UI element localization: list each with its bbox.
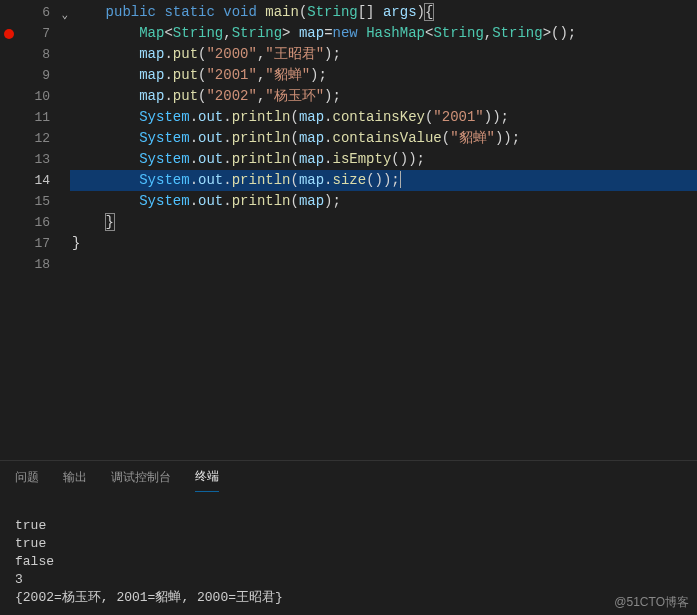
code-line[interactable]: Map<String,String> map=new HashMap<Strin… <box>70 23 697 44</box>
code-line[interactable]: map.put("2001","貂蝉"); <box>70 65 697 86</box>
line-number[interactable]: 10 <box>0 86 70 107</box>
output-line: true <box>15 518 46 533</box>
tab-problems[interactable]: 问题 <box>15 463 39 492</box>
output-line: true <box>15 536 46 551</box>
code-line[interactable]: System.out.println(map.isEmpty()); <box>70 149 697 170</box>
watermark: @51CTO博客 <box>614 594 689 611</box>
tab-terminal[interactable]: 终端 <box>195 462 219 492</box>
code-line[interactable] <box>70 254 697 275</box>
panel-tabs: 问题 输出 调试控制台 终端 <box>0 461 697 493</box>
line-number[interactable]: 16 <box>0 212 70 233</box>
line-number[interactable]: 9 <box>0 65 70 86</box>
line-number[interactable]: 8 <box>0 44 70 65</box>
cursor <box>400 171 401 188</box>
line-number[interactable]: 7 <box>0 23 70 44</box>
output-line: 3 <box>15 572 23 587</box>
line-number[interactable]: 12 <box>0 128 70 149</box>
gutter: 6⌄ 7 8 9 10 11 12 13 14 15 16 17 18 <box>0 0 70 460</box>
output-line: false <box>15 554 54 569</box>
line-number[interactable]: 17 <box>0 233 70 254</box>
bottom-panel: 问题 输出 调试控制台 终端 true true false 3 {2002=杨… <box>0 460 697 615</box>
code-line[interactable]: public static void main(String[] args){ <box>70 2 697 23</box>
editor-area: 6⌄ 7 8 9 10 11 12 13 14 15 16 17 18 publ… <box>0 0 697 460</box>
output-line: {2002=杨玉环, 2001=貂蝉, 2000=王昭君} <box>15 590 283 605</box>
breakpoint-icon[interactable] <box>4 29 14 39</box>
code-area[interactable]: public static void main(String[] args){ … <box>70 0 697 460</box>
line-number[interactable]: 11 <box>0 107 70 128</box>
code-line[interactable]: System.out.println(map.containsKey("2001… <box>70 107 697 128</box>
line-number[interactable]: 14 <box>0 170 70 191</box>
code-line[interactable]: map.put("2000","王昭君"); <box>70 44 697 65</box>
code-line[interactable]: } <box>70 212 697 233</box>
line-number[interactable]: 15 <box>0 191 70 212</box>
tab-debug[interactable]: 调试控制台 <box>111 463 171 492</box>
line-number[interactable]: 13 <box>0 149 70 170</box>
code-line[interactable]: System.out.println(map.containsValue("貂蝉… <box>70 128 697 149</box>
code-line[interactable]: System.out.println(map); <box>70 191 697 212</box>
line-number[interactable]: 18 <box>0 254 70 275</box>
code-line[interactable]: map.put("2002","杨玉环"); <box>70 86 697 107</box>
code-line[interactable]: } <box>70 233 697 254</box>
line-number[interactable]: 6⌄ <box>0 2 70 23</box>
tab-output[interactable]: 输出 <box>63 463 87 492</box>
terminal-content[interactable]: true true false 3 {2002=杨玉环, 2001=貂蝉, 20… <box>0 493 697 613</box>
code-line-active[interactable]: System.out.println(map.size()); <box>70 170 697 191</box>
